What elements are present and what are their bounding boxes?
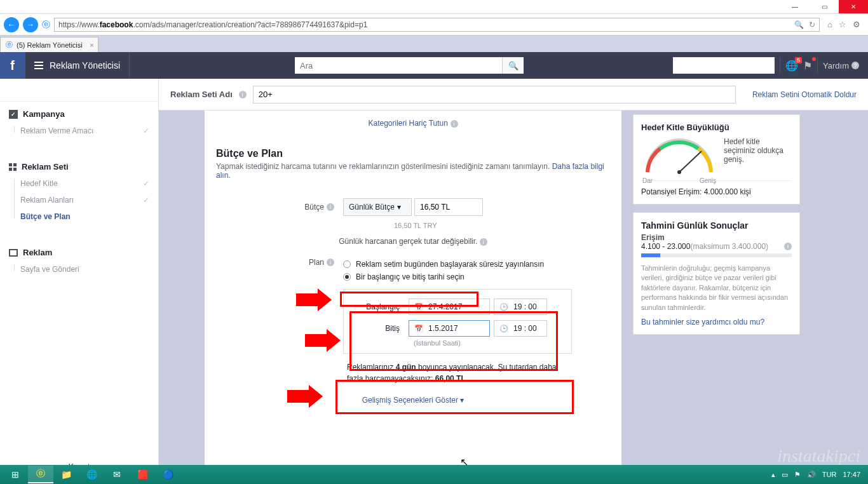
adset-name-input[interactable] <box>253 86 736 104</box>
facebook-logo[interactable]: f <box>0 52 25 79</box>
window-close-button[interactable]: ✕ <box>839 0 868 13</box>
image-icon <box>9 249 18 257</box>
refresh-icon[interactable]: ↻ <box>809 20 815 29</box>
start-time-input[interactable]: 🕒 19 : 00 <box>494 299 547 315</box>
radio-continuous[interactable]: Reklam setim bugünden başlayarak süresiz… <box>343 258 610 271</box>
search-icon[interactable]: 🔍 <box>794 20 804 29</box>
nav-campaign-objective[interactable]: Reklam Verme Amacı ✓ <box>0 123 158 139</box>
header-right: 🌐5 ⚑ Yardım ? <box>673 57 868 74</box>
svg-line-0 <box>679 151 702 172</box>
nav-campaign[interactable]: ✓ Kampanya <box>0 102 158 123</box>
nav-adset[interactable]: Reklam Seti <box>0 154 158 175</box>
tray-action-center-icon[interactable]: ▭ <box>782 471 788 479</box>
desc-text: Yapmak istediğiniz harcama tutarını ve r… <box>216 162 552 171</box>
home-icon[interactable]: ⌂ <box>827 20 832 29</box>
editor-area: Kategorileri Hariç Tutun i Bütçe ve Plan… <box>159 111 868 484</box>
gauge-row: Dar Geniş Hedef kitle seçiminiz oldukça … <box>641 137 792 175</box>
gauge-labels: Dar Geniş <box>641 177 717 184</box>
start-button[interactable]: ⊞ <box>3 466 28 483</box>
est-title: Tahmini Günlük Sonuçlar <box>641 220 792 231</box>
search-input[interactable] <box>295 57 502 74</box>
browser-forward-button[interactable]: → <box>23 17 38 32</box>
nav-ad[interactable]: Reklam <box>0 240 158 261</box>
info-icon[interactable]: i <box>784 243 792 250</box>
account-dropdown[interactable] <box>673 57 775 74</box>
select-value: Günlük Bütçe <box>349 203 395 212</box>
advanced-label: Gelişmiş Seçenekleri Göster <box>362 396 458 405</box>
budget-type-select[interactable]: Günlük Bütçe ▾ <box>343 198 412 216</box>
nav-placements[interactable]: Reklam Alanları ✓ <box>0 192 158 208</box>
est-progress-bar <box>641 253 792 257</box>
browser-tab[interactable]: ⓔ (5) Reklam Yöneticisi × <box>0 37 98 52</box>
grid-icon <box>9 163 17 171</box>
header-title: Reklam Yöneticisi <box>50 60 120 71</box>
budget-row: Bütçe i Günlük Bütçe ▾ <box>216 195 610 219</box>
taskbar-app2[interactable]: 🔵 <box>155 466 180 483</box>
window-minimize-button[interactable]: — <box>780 0 810 13</box>
nav-page-post[interactable]: Sayfa ve Gönderi <box>0 261 158 278</box>
info-icon[interactable]: i <box>327 203 334 211</box>
info-icon[interactable]: i <box>451 120 458 128</box>
right-column: Hedef Kitle Büyüklüğü <box>633 114 800 484</box>
start-date-input[interactable]: 📅 27.4.2017 <box>409 299 490 315</box>
ads-manager-menu[interactable]: Reklam Yöneticisi <box>25 52 130 79</box>
radio-start-end[interactable]: Bir başlangıç ve bitiş tarihi seçin <box>343 271 610 283</box>
radio-label: Reklam setim bugünden başlayarak süresiz… <box>356 260 544 269</box>
summary-amount: 66,00 TL <box>435 374 466 383</box>
end-time-input[interactable]: 🕒 19 : 00 <box>494 320 547 337</box>
plan-label: Plan i <box>216 258 343 267</box>
taskbar-chrome[interactable]: 🌐 <box>79 466 104 483</box>
settings-icon[interactable]: ⚙ <box>853 20 860 29</box>
budget-label: Bütçe i <box>216 203 343 212</box>
tray-language[interactable]: TUR <box>822 471 837 478</box>
tray-clock[interactable]: 17:47 <box>843 471 860 478</box>
header-search: 🔍 <box>295 57 524 74</box>
nav-item-label: Reklam Verme Amacı <box>20 126 93 135</box>
autofill-link[interactable]: Reklam Setini Otomatik Doldur <box>752 90 857 99</box>
est-feedback-link[interactable]: Bu tahminler size yardımcı oldu mu? <box>641 318 792 326</box>
search-button[interactable]: 🔍 <box>502 57 524 74</box>
tab-close-icon[interactable]: × <box>90 41 93 49</box>
gauge-narrow-label: Dar <box>642 177 653 184</box>
taskbar-ie[interactable]: ⓔ <box>28 466 53 483</box>
budget-try-hint: 16,50 TL TRY <box>216 219 610 236</box>
ie-tab-icon: ⓔ <box>6 40 13 50</box>
estimated-results-card: Tahmini Günlük Sonuçlar Erişim 4.100 - 2… <box>633 212 800 335</box>
address-bar[interactable]: https://www.facebook.com/ads/manager/cre… <box>54 18 820 32</box>
est-range: 4.100 - 23.000 <box>641 242 690 251</box>
exclude-categories-link[interactable]: Kategorileri Hariç Tutun <box>368 119 447 128</box>
nav-audience[interactable]: Hedef Kitle ✓ <box>0 175 158 192</box>
info-icon[interactable]: i <box>480 238 487 246</box>
window-maximize-button[interactable]: ▭ <box>810 0 839 13</box>
taskbar-explorer[interactable]: 📁 <box>53 466 79 483</box>
tray-up-icon[interactable]: ▴ <box>771 471 775 479</box>
budget-amount-input[interactable] <box>414 198 483 216</box>
favorites-icon[interactable]: ☆ <box>839 20 846 29</box>
est-disclaimer: Tahminlerin doğruluğu; geçmiş kampanya v… <box>641 264 792 313</box>
taskbar-app1[interactable]: 🟥 <box>130 466 155 483</box>
facebook-header: f Reklam Yöneticisi 🔍 🌐5 ⚑ Yardım ? <box>0 52 868 79</box>
end-label: Bitiş <box>354 324 405 333</box>
budget-section: Bütçe ve Plan Yapmak istediğiniz harcama… <box>205 139 621 185</box>
help-icon: ? <box>851 62 859 69</box>
end-date-input[interactable]: 📅 1.5.2017 <box>409 320 490 337</box>
start-date-value: 27.4.2017 <box>423 302 467 311</box>
summary-days: 4 gün <box>396 363 416 372</box>
advanced-options-toggle[interactable]: Gelişmiş Seçenekleri Göster ▾ <box>216 389 610 416</box>
clock-icon: 🕒 <box>494 325 508 333</box>
radio-icon <box>343 273 351 281</box>
complete-check-icon: ✓ <box>143 196 149 205</box>
system-tray: ▴ ▭ ⚑ 🔊 TUR 17:47 <box>771 471 865 479</box>
info-icon[interactable]: i <box>239 91 247 98</box>
browser-right-icons: ⌂ ☆ ⚙ <box>824 20 864 29</box>
taskbar-outlook[interactable]: ✉ <box>104 466 130 483</box>
globe-notifications-icon[interactable]: 🌐5 <box>785 60 798 72</box>
tray-flag-icon[interactable]: ⚑ <box>794 471 801 479</box>
help-link[interactable]: Yardım ? <box>823 61 859 71</box>
flag-icon[interactable]: ⚑ <box>803 60 812 72</box>
nav-budget-schedule[interactable]: Bütçe ve Plan <box>0 208 158 225</box>
browser-back-button[interactable]: ← <box>4 17 19 32</box>
info-icon[interactable]: i <box>327 259 334 266</box>
nav-adset-label: Reklam Seti <box>22 162 69 171</box>
tray-volume-icon[interactable]: 🔊 <box>807 471 816 479</box>
